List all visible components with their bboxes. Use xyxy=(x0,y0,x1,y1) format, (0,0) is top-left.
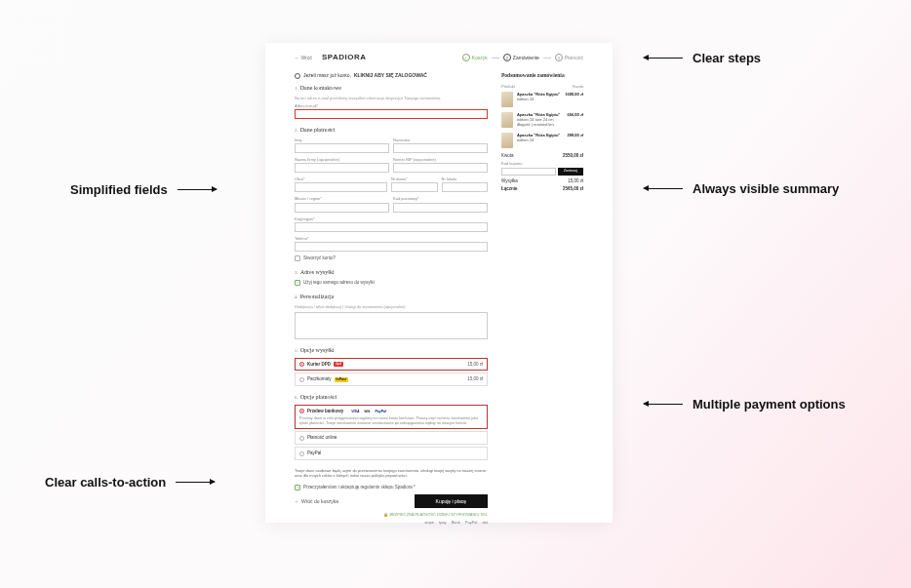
house-field[interactable] xyxy=(391,182,438,192)
city-field[interactable] xyxy=(295,203,389,213)
lock-icon: 🔒 xyxy=(383,512,388,517)
arrow-right-icon xyxy=(176,482,215,484)
zip-field[interactable] xyxy=(393,203,488,213)
payment-bank[interactable]: Przelew bankowy VISA blik PayPal Prosimy… xyxy=(295,405,488,429)
arrow-right-icon xyxy=(178,189,217,191)
radio-icon xyxy=(299,362,304,367)
terms-checkbox[interactable]: ✓Przeczytałem/am i akceptuję regulamin s… xyxy=(295,485,488,490)
summary-item: Apaszka "Róża Egiptu"edition 24 size 24 … xyxy=(501,112,583,128)
annotation-clear-steps: Clear steps xyxy=(644,51,761,65)
step-order[interactable]: 2Zamówienie xyxy=(503,54,539,61)
payment-online[interactable]: Płatność online xyxy=(295,431,488,445)
step-cart[interactable]: ✓Koszyk xyxy=(462,54,488,61)
paypal-icon: PayPal xyxy=(465,520,478,525)
summary-item: Apaszka "Róża Egiptu"edition 24 299,00 z… xyxy=(501,133,583,148)
logo[interactable]: SPADIORA xyxy=(322,53,367,62)
back-to-cart[interactable]: ←Wróć do koszyka xyxy=(295,498,338,505)
back-link[interactable]: ← Wróć xyxy=(295,55,312,61)
product-thumb-icon xyxy=(501,92,513,107)
section-contact: 1.Dane kontaktowe Na ten adres e-mail pr… xyxy=(295,85,488,119)
radio-icon xyxy=(299,409,304,413)
summary-item: Apaszka "Róża Egiptu"edition 24 1600,00 … xyxy=(501,92,583,107)
arrow-left-icon: ← xyxy=(295,498,299,505)
first-name-field[interactable] xyxy=(295,143,389,153)
buy-button[interactable]: Kupuję i płacę xyxy=(415,494,488,509)
summary-subtotal: Kwota2550,00 zł xyxy=(501,153,583,159)
radio-icon xyxy=(299,377,304,382)
visa-icon: VISA xyxy=(350,410,360,414)
summary-total: Łącznie2565,00 zł xyxy=(501,186,583,192)
summary-title: Podsumowanie zamówienia xyxy=(501,72,583,79)
annotation-payment: Multiple payment options xyxy=(644,397,846,412)
email-field[interactable] xyxy=(295,109,488,119)
product-thumb-icon xyxy=(501,133,513,148)
apply-coupon-button[interactable]: Zastosuj xyxy=(558,168,583,176)
arrow-left-icon xyxy=(644,188,683,190)
company-field[interactable] xyxy=(295,163,389,173)
annotation-label: Multiple payment options xyxy=(693,397,846,412)
section-personalization: 4.Personalizacja Dedykacja / tekst dedyk… xyxy=(295,294,488,339)
annotation-label: Simplified fields xyxy=(70,182,168,197)
radio-icon xyxy=(299,436,304,441)
annotation-simplified-fields: Simplified fields xyxy=(70,182,217,197)
arrow-left-icon xyxy=(644,404,683,406)
product-thumb-icon xyxy=(501,112,513,128)
shipping-inpost[interactable]: Paczkomaty InPost 15,00 zł xyxy=(295,372,488,386)
annotation-summary: Always visible summary xyxy=(644,181,839,196)
stripe-icon: stripe xyxy=(424,520,434,525)
inpost-badge-icon: InPost xyxy=(335,377,349,382)
checkout-card: ← Wróć SPADIORA ✓Koszyk 2Zamówienie 3Pła… xyxy=(265,43,613,523)
blik-icon: blik xyxy=(363,410,371,414)
create-account-checkbox[interactable]: ✓Stworzyć konto? xyxy=(295,255,488,261)
annotation-label: Clear steps xyxy=(693,51,761,65)
topbar: ← Wróć SPADIORA ✓Koszyk 2Zamówienie 3Pła… xyxy=(295,53,583,62)
checkout-steps: ✓Koszyk 2Zamówienie 3Płatność xyxy=(462,54,583,61)
user-icon xyxy=(295,73,300,79)
dpd-badge-icon: dpd xyxy=(334,362,343,367)
dotpay-icon: dot xyxy=(482,520,488,525)
nip-field[interactable] xyxy=(393,163,488,173)
shipping-dpd[interactable]: Kurier DPD dpd 15,00 zł xyxy=(295,358,488,372)
bank-icon: Bank xyxy=(452,520,460,525)
last-name-field[interactable] xyxy=(393,143,488,153)
arrow-left-icon xyxy=(644,58,683,59)
step-payment[interactable]: 3Płatność xyxy=(555,54,583,61)
order-summary: Podsumowanie zamówienia ProduktKwota Apa… xyxy=(501,72,583,524)
summary-shipping: Wysyłka15,00 zł xyxy=(501,178,583,184)
section-shipping-options: 5.Opcje wysyłki Kurier DPD dpd 15,00 zł … xyxy=(295,347,488,386)
personalization-textarea[interactable] xyxy=(295,312,488,339)
phone-field[interactable] xyxy=(295,242,488,252)
login-prompt[interactable]: Jeżeli masz już konto, KLIKNIJ ABY SIĘ Z… xyxy=(295,72,488,79)
section-shipping-address: 3.Adres wysyłki ✓Użyj tego samego adresu… xyxy=(295,269,488,286)
apt-field[interactable] xyxy=(442,182,489,192)
country-field[interactable] xyxy=(295,222,488,232)
same-address-checkbox[interactable]: ✓Użyj tego samego adresu do wysyłki xyxy=(295,280,488,286)
annotation-label: Clear calls-to-action xyxy=(45,475,166,490)
payment-paypal[interactable]: PayPal xyxy=(295,447,488,460)
tpay-icon: tpay xyxy=(439,520,447,525)
radio-icon xyxy=(299,451,304,456)
street-field[interactable] xyxy=(295,182,387,192)
annotation-cta: Clear calls-to-action xyxy=(45,475,215,490)
coupon-input[interactable] xyxy=(501,168,556,176)
section-billing: 2.Dane płatności Imię Nazwisko Nazwa fir… xyxy=(295,127,488,261)
annotation-label: Always visible summary xyxy=(693,181,839,196)
section-payment-options: 6.Opcje płatności Przelew bankowy VISA b… xyxy=(295,394,488,460)
paypal-icon: PayPal xyxy=(374,410,386,414)
payment-logos-row: stripe tpay Bank PayPal dot xyxy=(295,520,488,525)
terms-text: Twoje dane osobowe będą użyte do przetwo… xyxy=(295,468,488,479)
secure-note: 🔒BEZPIECZNA PŁATNOŚĆ DZIĘKI SZYFROWANIU … xyxy=(295,512,488,517)
